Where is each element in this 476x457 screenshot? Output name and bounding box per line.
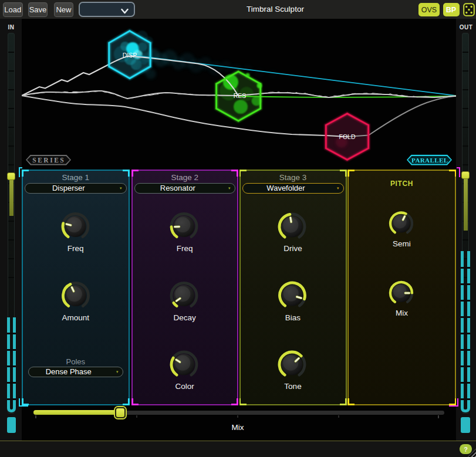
svg-text:FOLD: FOLD: [339, 133, 355, 140]
svg-text:DISP: DISP: [123, 52, 137, 59]
svg-text:RES: RES: [234, 92, 247, 99]
